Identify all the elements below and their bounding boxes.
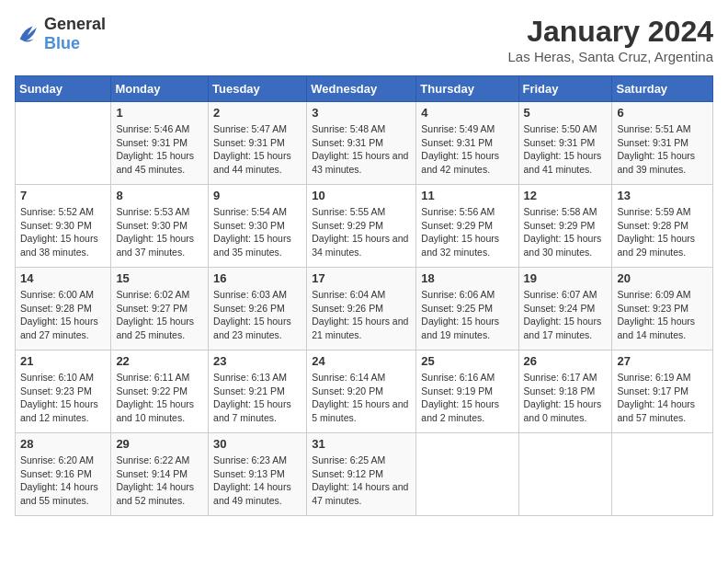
day-number: 13 <box>617 189 708 202</box>
calendar-cell <box>16 102 111 185</box>
day-info: Sunrise: 6:16 AMSunset: 9:19 PMDaylight:… <box>421 371 513 425</box>
calendar-cell: 1Sunrise: 5:46 AMSunset: 9:31 PMDaylight… <box>111 102 209 185</box>
calendar-cell: 6Sunrise: 5:51 AMSunset: 9:31 PMDaylight… <box>612 102 713 185</box>
calendar-cell <box>612 433 713 516</box>
calendar-cell: 13Sunrise: 5:59 AMSunset: 9:28 PMDayligh… <box>612 185 713 268</box>
day-number: 21 <box>20 354 106 368</box>
calendar-cell: 2Sunrise: 5:47 AMSunset: 9:31 PMDaylight… <box>209 102 307 185</box>
location-subtitle: Las Heras, Santa Cruz, Argentina <box>508 49 713 64</box>
calendar-body: 1Sunrise: 5:46 AMSunset: 9:31 PMDaylight… <box>16 102 713 516</box>
day-number: 11 <box>421 189 513 202</box>
day-number: 24 <box>312 354 411 368</box>
day-info: Sunrise: 5:50 AMSunset: 9:31 PMDaylight:… <box>524 122 608 177</box>
day-number: 26 <box>524 354 608 368</box>
calendar-cell: 28Sunrise: 6:20 AMSunset: 9:16 PMDayligh… <box>16 433 111 516</box>
day-number: 7 <box>20 189 106 202</box>
day-info: Sunrise: 6:06 AMSunset: 9:25 PMDaylight:… <box>421 288 513 342</box>
day-info: Sunrise: 6:03 AMSunset: 9:26 PMDaylight:… <box>213 288 301 342</box>
day-number: 23 <box>213 354 301 368</box>
day-number: 1 <box>116 106 203 120</box>
calendar-week-row: 7Sunrise: 5:52 AMSunset: 9:30 PMDaylight… <box>16 185 713 268</box>
calendar-cell: 22Sunrise: 6:11 AMSunset: 9:22 PMDayligh… <box>111 350 209 433</box>
day-info: Sunrise: 5:53 AMSunset: 9:30 PMDaylight:… <box>116 205 203 259</box>
day-number: 5 <box>524 106 608 120</box>
day-number: 12 <box>524 189 608 202</box>
day-info: Sunrise: 6:22 AMSunset: 9:14 PMDaylight:… <box>116 454 203 508</box>
month-year-title: January 2024 <box>508 15 713 49</box>
calendar-cell: 4Sunrise: 5:49 AMSunset: 9:31 PMDaylight… <box>416 102 518 185</box>
day-info: Sunrise: 6:09 AMSunset: 9:23 PMDaylight:… <box>617 288 708 342</box>
day-number: 25 <box>421 354 513 368</box>
day-info: Sunrise: 5:47 AMSunset: 9:31 PMDaylight:… <box>213 122 301 177</box>
day-info: Sunrise: 5:55 AMSunset: 9:29 PMDaylight:… <box>312 205 411 259</box>
weekday-header-tuesday: Tuesday <box>209 76 307 102</box>
calendar-cell: 3Sunrise: 5:48 AMSunset: 9:31 PMDaylight… <box>307 102 416 185</box>
calendar-cell: 11Sunrise: 5:56 AMSunset: 9:29 PMDayligh… <box>416 185 518 268</box>
calendar-cell: 24Sunrise: 6:14 AMSunset: 9:20 PMDayligh… <box>307 350 416 433</box>
calendar-week-row: 28Sunrise: 6:20 AMSunset: 9:16 PMDayligh… <box>16 433 713 516</box>
day-number: 2 <box>213 106 301 120</box>
day-number: 19 <box>524 271 608 285</box>
calendar-cell: 5Sunrise: 5:50 AMSunset: 9:31 PMDaylight… <box>518 102 612 185</box>
day-info: Sunrise: 6:23 AMSunset: 9:13 PMDaylight:… <box>213 454 301 508</box>
day-info: Sunrise: 6:17 AMSunset: 9:18 PMDaylight:… <box>524 371 608 425</box>
calendar-cell: 18Sunrise: 6:06 AMSunset: 9:25 PMDayligh… <box>416 268 518 350</box>
logo: General Blue <box>15 15 106 53</box>
calendar-cell: 27Sunrise: 6:19 AMSunset: 9:17 PMDayligh… <box>612 350 713 433</box>
day-info: Sunrise: 6:11 AMSunset: 9:22 PMDaylight:… <box>116 371 203 425</box>
calendar-cell <box>518 433 612 516</box>
day-info: Sunrise: 6:20 AMSunset: 9:16 PMDaylight:… <box>20 454 106 508</box>
day-number: 29 <box>116 437 203 451</box>
day-number: 6 <box>617 106 708 120</box>
calendar-week-row: 14Sunrise: 6:00 AMSunset: 9:28 PMDayligh… <box>16 268 713 350</box>
day-number: 9 <box>213 189 301 202</box>
day-number: 31 <box>312 437 411 451</box>
day-number: 20 <box>617 271 708 285</box>
day-info: Sunrise: 5:49 AMSunset: 9:31 PMDaylight:… <box>421 122 513 177</box>
calendar-header-row: SundayMondayTuesdayWednesdayThursdayFrid… <box>16 76 713 102</box>
day-number: 14 <box>20 271 106 285</box>
day-info: Sunrise: 5:46 AMSunset: 9:31 PMDaylight:… <box>116 122 203 177</box>
header: General Blue January 2024 Las Heras, San… <box>15 15 713 64</box>
day-info: Sunrise: 6:14 AMSunset: 9:20 PMDaylight:… <box>312 371 411 425</box>
day-info: Sunrise: 6:25 AMSunset: 9:12 PMDaylight:… <box>312 454 411 508</box>
calendar-cell: 20Sunrise: 6:09 AMSunset: 9:23 PMDayligh… <box>612 268 713 350</box>
weekday-header-friday: Friday <box>518 76 612 102</box>
calendar-cell: 9Sunrise: 5:54 AMSunset: 9:30 PMDaylight… <box>209 185 307 268</box>
day-info: Sunrise: 5:58 AMSunset: 9:29 PMDaylight:… <box>524 205 608 259</box>
weekday-header-sunday: Sunday <box>16 76 111 102</box>
logo-blue-text: Blue <box>44 34 80 52</box>
logo-general-text: General <box>44 15 106 33</box>
day-number: 10 <box>312 189 411 202</box>
calendar-cell: 15Sunrise: 6:02 AMSunset: 9:27 PMDayligh… <box>111 268 209 350</box>
logo-icon <box>15 21 40 47</box>
day-number: 3 <box>312 106 411 120</box>
day-info: Sunrise: 5:59 AMSunset: 9:28 PMDaylight:… <box>617 205 708 259</box>
calendar-cell: 26Sunrise: 6:17 AMSunset: 9:18 PMDayligh… <box>518 350 612 433</box>
day-number: 15 <box>116 271 203 285</box>
calendar-cell: 23Sunrise: 6:13 AMSunset: 9:21 PMDayligh… <box>209 350 307 433</box>
day-number: 30 <box>213 437 301 451</box>
day-info: Sunrise: 6:04 AMSunset: 9:26 PMDaylight:… <box>312 288 411 342</box>
day-number: 18 <box>421 271 513 285</box>
calendar-cell: 8Sunrise: 5:53 AMSunset: 9:30 PMDaylight… <box>111 185 209 268</box>
calendar-cell: 21Sunrise: 6:10 AMSunset: 9:23 PMDayligh… <box>16 350 111 433</box>
weekday-header-monday: Monday <box>111 76 209 102</box>
calendar-cell: 7Sunrise: 5:52 AMSunset: 9:30 PMDaylight… <box>16 185 111 268</box>
day-number: 27 <box>617 354 708 368</box>
weekday-header-wednesday: Wednesday <box>307 76 416 102</box>
day-info: Sunrise: 5:56 AMSunset: 9:29 PMDaylight:… <box>421 205 513 259</box>
title-area: January 2024 Las Heras, Santa Cruz, Arge… <box>508 15 713 64</box>
weekday-header-saturday: Saturday <box>612 76 713 102</box>
calendar-cell <box>416 433 518 516</box>
day-info: Sunrise: 5:48 AMSunset: 9:31 PMDaylight:… <box>312 122 411 177</box>
weekday-header-thursday: Thursday <box>416 76 518 102</box>
day-number: 4 <box>421 106 513 120</box>
day-number: 8 <box>116 189 203 202</box>
day-info: Sunrise: 6:10 AMSunset: 9:23 PMDaylight:… <box>20 371 106 425</box>
calendar-cell: 17Sunrise: 6:04 AMSunset: 9:26 PMDayligh… <box>307 268 416 350</box>
calendar-week-row: 21Sunrise: 6:10 AMSunset: 9:23 PMDayligh… <box>16 350 713 433</box>
day-info: Sunrise: 5:51 AMSunset: 9:31 PMDaylight:… <box>617 122 708 177</box>
day-info: Sunrise: 6:00 AMSunset: 9:28 PMDaylight:… <box>20 288 106 342</box>
calendar-cell: 19Sunrise: 6:07 AMSunset: 9:24 PMDayligh… <box>518 268 612 350</box>
